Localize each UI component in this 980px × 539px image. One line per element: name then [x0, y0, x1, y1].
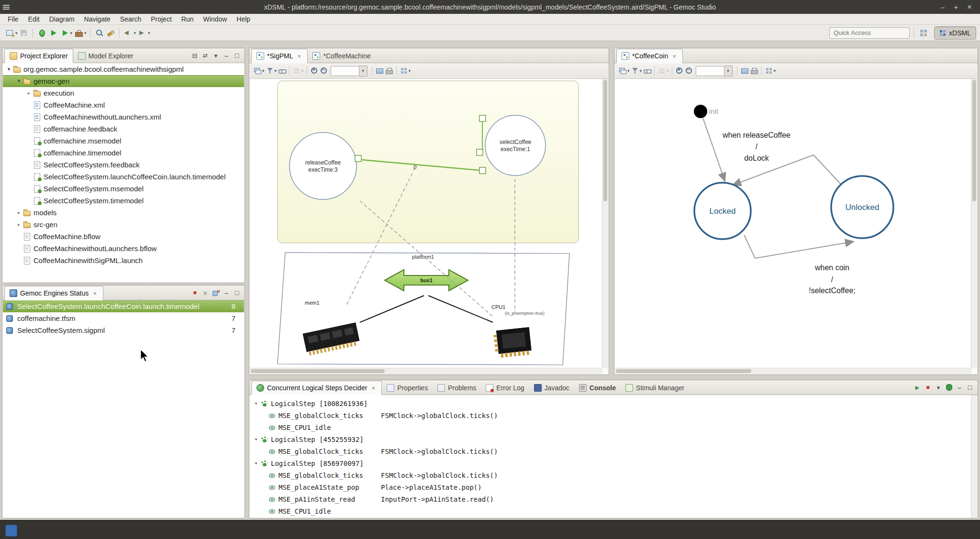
stop-engine-button[interactable] — [190, 288, 200, 297]
expander-icon[interactable] — [25, 90, 33, 96]
input-port[interactable] — [479, 167, 486, 174]
logical-step-row[interactable]: LogicalStep [455255932] — [250, 433, 971, 445]
save-button[interactable] — [18, 27, 30, 39]
menu-item[interactable]: Search — [115, 14, 146, 25]
view-menu-button[interactable] — [211, 51, 221, 60]
zoom-out-button[interactable] — [319, 65, 329, 77]
perspective-button[interactable]: xDSML — [934, 26, 976, 40]
logical-step-row[interactable]: MSE_CPU1_idle — [250, 421, 971, 433]
zoom-in-button[interactable] — [310, 65, 319, 77]
chevron-down-icon[interactable] — [15, 31, 18, 35]
tab-close-icon[interactable] — [370, 385, 377, 391]
step-button[interactable] — [913, 383, 922, 392]
expander-icon[interactable] — [252, 460, 260, 466]
chevron-down-icon[interactable] — [640, 68, 642, 73]
transition-label-selectcoffee[interactable]: when coin / !selectCoffee; — [809, 264, 856, 295]
chevron-down-icon[interactable] — [301, 68, 304, 73]
zoom-level-combo[interactable] — [696, 66, 733, 77]
logical-step-row[interactable]: LogicalStep [1008261936] — [250, 397, 971, 409]
debug-button[interactable] — [36, 27, 47, 39]
align-button[interactable] — [657, 65, 669, 77]
chevron-down-icon[interactable] — [275, 68, 277, 73]
layers-button[interactable] — [618, 65, 630, 77]
diagram-toolbar-button[interactable] — [372, 66, 372, 75]
diagram-toolbar-button[interactable] — [672, 66, 672, 75]
tree-item[interactable]: org.gemoc.sample.bcool.coffeemachinewith… — [3, 63, 244, 75]
external-tools-button[interactable] — [73, 27, 87, 39]
chevron-down-icon[interactable] — [667, 68, 669, 73]
toolbar-button[interactable] — [33, 28, 33, 38]
window-maximize-button[interactable] — [949, 1, 963, 13]
grid-button[interactable] — [399, 65, 412, 77]
diagram-toolbar-button[interactable] — [737, 66, 737, 75]
diagram-toolbar-button[interactable] — [396, 66, 397, 75]
print-button[interactable] — [384, 65, 394, 77]
engine-row[interactable]: coffemachine.tfsm 7 — [3, 312, 244, 324]
view-tab[interactable]: Concurrent Logical Steps Decider — [251, 381, 382, 395]
tree-item[interactable]: SelectCoffeeSystem.feedback — [3, 159, 244, 171]
layers-button[interactable] — [253, 65, 265, 77]
output-port[interactable] — [355, 155, 361, 162]
tree-item[interactable]: CoffeeMachinewithoutLaunchers.bflow — [3, 242, 244, 254]
vertical-scrollbar[interactable] — [971, 79, 977, 368]
diagram-toolbar-button[interactable] — [761, 66, 762, 75]
tree-item[interactable]: coffemachine.msemodel — [3, 135, 244, 147]
tree-item[interactable]: coffemachine.timemodel — [3, 147, 244, 159]
align-button[interactable] — [292, 65, 304, 77]
view-tab[interactable]: Gemoc Engines Status — [4, 286, 103, 300]
app-menu-icon[interactable] — [0, 0, 12, 14]
run-history-button[interactable] — [59, 27, 73, 39]
chevron-down-icon[interactable] — [724, 66, 733, 77]
zoom-level-value[interactable] — [696, 66, 724, 76]
quick-access-input[interactable] — [829, 27, 910, 39]
dispose-engine-button[interactable] — [200, 288, 210, 297]
tree-item[interactable]: CoffeeMachine.bflow — [3, 231, 244, 242]
sigpml-canvas[interactable]: releaseCoffee execTime:3 selectCoffee ex… — [250, 79, 602, 368]
print-button[interactable] — [749, 65, 759, 77]
link-with-editor-button[interactable] — [277, 65, 287, 77]
editor-tab[interactable]: *CoffeeCoin — [616, 49, 683, 63]
tab-close-icon[interactable] — [91, 290, 98, 297]
stop-button[interactable] — [923, 383, 933, 392]
chevron-down-icon[interactable] — [359, 66, 368, 77]
zoom-level-combo[interactable] — [331, 66, 368, 77]
expander-icon[interactable] — [252, 400, 260, 407]
chevron-down-icon[interactable] — [84, 31, 87, 35]
tab-close-icon[interactable] — [296, 53, 302, 59]
view-tab[interactable]: Properties — [382, 381, 433, 395]
vertical-scrollbar[interactable] — [602, 79, 608, 368]
editor-tab[interactable]: *CoffeeMachine — [308, 49, 375, 63]
logical-step-row[interactable]: MSE_globalClock_ticks FSMClock->globalCl… — [250, 409, 971, 421]
chevron-down-icon[interactable] — [148, 31, 150, 35]
transition-locked-to-unlocked[interactable] — [744, 235, 854, 258]
view-tab[interactable]: Problems — [433, 381, 481, 395]
search-button[interactable] — [93, 27, 105, 39]
toolbar-button[interactable] — [119, 28, 120, 38]
logical-step-row[interactable]: MSE_pA1inState_read InputPort->pA1inStat… — [250, 493, 971, 505]
expander-icon[interactable] — [15, 209, 23, 216]
filters-button[interactable] — [265, 65, 278, 77]
logical-step-row[interactable]: MSE_globalClock_ticks FSMClock->globalCl… — [250, 469, 971, 481]
chevron-down-icon[interactable] — [70, 31, 73, 35]
horizontal-scrollbar[interactable] — [250, 368, 602, 374]
menu-item[interactable]: Edit — [23, 14, 45, 25]
zoom-level-value[interactable] — [331, 66, 359, 76]
view-tab[interactable]: Console — [574, 381, 621, 395]
view-tab[interactable]: Javadoc — [529, 381, 574, 395]
tree-item[interactable]: CoffeeMachine.xml — [3, 99, 244, 111]
chevron-down-icon[interactable] — [627, 68, 630, 73]
annotate-button[interactable] — [105, 27, 116, 39]
chevron-down-icon[interactable] — [409, 68, 411, 73]
engine-row[interactable]: SelectCoffeeSystem.launchCoffeeCoin.laun… — [3, 300, 244, 312]
editor-tab[interactable]: *SigPML — [251, 49, 308, 63]
diagram-toolbar-button[interactable] — [307, 66, 307, 75]
logical-step-row[interactable]: MSE_placeA1State_pop Place->placeA1State… — [250, 481, 971, 493]
maximize-view-button[interactable] — [232, 51, 242, 60]
maximize-view-button[interactable] — [965, 383, 975, 392]
minimize-view-button[interactable] — [222, 51, 231, 60]
chevron-down-icon[interactable] — [774, 68, 776, 73]
view-tab[interactable]: Model Explorer — [73, 49, 138, 63]
menu-item[interactable]: Help — [232, 14, 255, 25]
menu-item[interactable]: Window — [198, 14, 232, 25]
tree-item[interactable]: execution — [3, 87, 244, 99]
